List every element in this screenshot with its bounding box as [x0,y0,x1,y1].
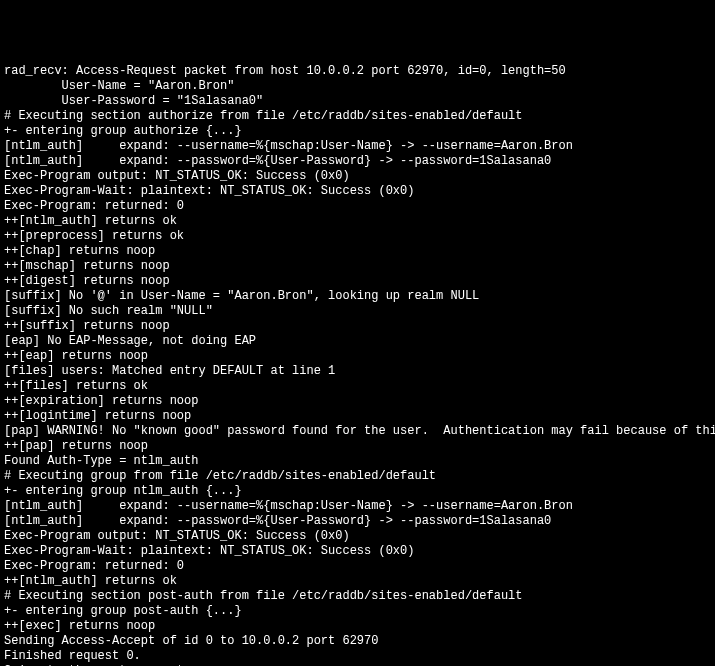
terminal-line: Exec-Program output: NT_STATUS_OK: Succe… [4,169,711,184]
terminal-line: Exec-Program: returned: 0 [4,559,711,574]
terminal-line: [ntlm_auth] expand: --username=%{mschap:… [4,499,711,514]
terminal-line: ++[files] returns ok [4,379,711,394]
terminal-line: Sending Access-Accept of id 0 to 10.0.0.… [4,634,711,649]
terminal-line: ++[preprocess] returns ok [4,229,711,244]
terminal-line: ++[eap] returns noop [4,349,711,364]
terminal-line: [eap] No EAP-Message, not doing EAP [4,334,711,349]
terminal-line: [ntlm_auth] expand: --username=%{mschap:… [4,139,711,154]
terminal-line: Finished request 0. [4,649,711,664]
terminal-line: Exec-Program: returned: 0 [4,199,711,214]
terminal-line: User-Name = "Aaron.Bron" [4,79,711,94]
terminal-line: +- entering group post-auth {...} [4,604,711,619]
terminal-line: User-Password = "1Salasana0" [4,94,711,109]
terminal-line: ++[chap] returns noop [4,244,711,259]
terminal-line: [ntlm_auth] expand: --password=%{User-Pa… [4,154,711,169]
terminal-line: Exec-Program-Wait: plaintext: NT_STATUS_… [4,184,711,199]
terminal-line: Found Auth-Type = ntlm_auth [4,454,711,469]
terminal-line: # Executing group from file /etc/raddb/s… [4,469,711,484]
terminal-line: [pap] WARNING! No "known good" password … [4,424,711,439]
terminal-line: [suffix] No such realm "NULL" [4,304,711,319]
terminal-line: ++[exec] returns noop [4,619,711,634]
terminal-line: ++[logintime] returns noop [4,409,711,424]
terminal-line: +- entering group authorize {...} [4,124,711,139]
terminal-line: [ntlm_auth] expand: --password=%{User-Pa… [4,514,711,529]
terminal-line: # Executing section post-auth from file … [4,589,711,604]
terminal-line: ++[digest] returns noop [4,274,711,289]
terminal-line: [suffix] No '@' in User-Name = "Aaron.Br… [4,289,711,304]
terminal-line: ++[pap] returns noop [4,439,711,454]
terminal-line: rad_recv: Access-Request packet from hos… [4,64,711,79]
terminal-line: ++[expiration] returns noop [4,394,711,409]
terminal-line: ++[mschap] returns noop [4,259,711,274]
terminal-line: ++[ntlm_auth] returns ok [4,214,711,229]
terminal-line: ++[suffix] returns noop [4,319,711,334]
terminal-output: rad_recv: Access-Request packet from hos… [4,64,711,666]
terminal-line: ++[ntlm_auth] returns ok [4,574,711,589]
terminal-line: Exec-Program-Wait: plaintext: NT_STATUS_… [4,544,711,559]
terminal-line: +- entering group ntlm_auth {...} [4,484,711,499]
terminal-line: # Executing section authorize from file … [4,109,711,124]
terminal-line: Exec-Program output: NT_STATUS_OK: Succe… [4,529,711,544]
terminal-line: [files] users: Matched entry DEFAULT at … [4,364,711,379]
